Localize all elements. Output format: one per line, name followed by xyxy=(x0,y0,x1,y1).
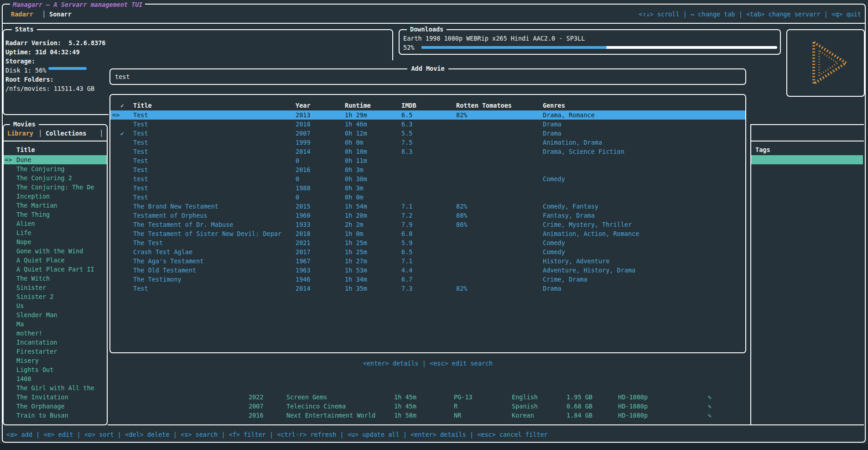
movie-file-row[interactable]: 2007 Telecinco Cinema 1h 45m R Spanish 0… xyxy=(0,402,868,411)
add-movie-result-row[interactable]: The Testament of Sister New Devil: Depar… xyxy=(110,229,745,238)
movie-title: Lights Out xyxy=(16,365,53,374)
file-studio: Next Entertainment World xyxy=(286,411,375,420)
add-movie-result-row[interactable]: Test 1988 0h 3m xyxy=(110,183,745,193)
file-runtime: 1h 45m xyxy=(394,392,416,402)
movie-list-item[interactable]: The Conjuring xyxy=(4,164,107,173)
tab-collections[interactable]: Collections xyxy=(46,129,86,138)
result-year: 1967 xyxy=(296,256,311,266)
add-movie-result-row[interactable]: Test 2016 0h 3m xyxy=(110,165,745,174)
movie-list-item[interactable]: The Martian xyxy=(4,201,107,210)
add-movie-search-input[interactable]: test xyxy=(115,72,130,81)
movie-list-item[interactable]: Alien xyxy=(4,219,107,228)
movie-list-item[interactable]: The Orphanage xyxy=(4,402,107,411)
result-year: 2016 xyxy=(296,165,311,174)
movie-list-item[interactable]: Incantation xyxy=(4,338,107,347)
add-movie-result-row[interactable]: Testament of Orpheus 1960 1h 20m 7.2 88%… xyxy=(110,211,745,220)
add-movie-result-row[interactable]: The Testament of Dr. Mabuse 1933 2h 2m 7… xyxy=(110,220,745,229)
movie-list-item[interactable]: The Conjuring 2 xyxy=(4,173,107,183)
result-title: Test xyxy=(133,193,148,202)
movie-list-item[interactable]: Slender Man xyxy=(4,310,107,319)
movie-list-item[interactable]: The Invitation xyxy=(4,392,107,402)
tab-radarr[interactable]: Radarr xyxy=(11,10,33,19)
add-movie-result-row[interactable]: The Brand New Testament 2015 1h 54m 7.1 … xyxy=(110,202,745,211)
file-studio: Telecinco Cinema xyxy=(286,402,346,411)
result-imdb: 7.1 xyxy=(401,202,412,211)
movie-list-item[interactable]: Life xyxy=(4,228,107,237)
result-title: test xyxy=(133,174,148,183)
tab-sonarr[interactable]: Sonarr xyxy=(49,10,72,19)
add-movie-result-row[interactable]: Test 2014 0h 10m 8.3 Drama, Science Fict… xyxy=(110,147,745,156)
result-year: 1946 xyxy=(296,275,311,284)
result-title: The Aga's Testament xyxy=(133,256,203,266)
tab-library[interactable]: Library xyxy=(7,129,33,138)
result-runtime: 1h 25m xyxy=(345,247,367,256)
tags-selected-row[interactable] xyxy=(751,155,863,164)
disk-usage-gauge xyxy=(48,67,87,70)
details-panel-border xyxy=(750,124,751,425)
add-movie-result-row[interactable]: The Aga's Testament 1967 1h 27m 7.1 Hist… xyxy=(110,256,745,266)
file-year: 2016 xyxy=(249,411,264,420)
movie-list-item[interactable]: The Witch xyxy=(4,274,107,283)
movie-list-item[interactable]: Ma xyxy=(4,319,107,329)
add-movie-result-row[interactable]: Test 2018 1h 46m 6.3 Drama xyxy=(110,120,745,129)
movie-list-item[interactable]: A Quiet Place Part II xyxy=(4,265,107,274)
result-year: 2021 xyxy=(296,238,311,247)
movie-title: Sinister xyxy=(16,283,46,292)
add-movie-result-row[interactable]: ✔ Test 2007 0h 12m 5.5 Drama xyxy=(110,129,745,138)
result-genres: Drama xyxy=(543,129,561,138)
movie-title: Alien xyxy=(16,219,35,228)
download-percent-label: 52% xyxy=(403,43,414,52)
download-item[interactable]: Earth 1998 1080p WEBRip x265 Hindi AAC2.… xyxy=(403,34,585,43)
add-movie-result-row[interactable]: Test 2014 1h 35m 7.3 82% Drama xyxy=(110,284,745,293)
movie-list-item[interactable]: The Girl with All the xyxy=(4,383,107,392)
add-movie-result-row[interactable]: Test 0 0h 0m xyxy=(110,193,745,202)
stats-disk-usage: Disk 1: 56% xyxy=(5,66,46,75)
result-genres: Comedy, Fantasy xyxy=(543,202,598,211)
movie-list-item[interactable]: Sinister xyxy=(4,283,107,292)
movie-list-item[interactable]: Inception xyxy=(4,192,107,201)
movie-list-item[interactable]: A Quiet Place xyxy=(4,256,107,265)
movie-list-item[interactable]: The Thing xyxy=(4,210,107,219)
movie-list-item[interactable]: Nope xyxy=(4,237,107,246)
file-certification: NR xyxy=(454,411,461,420)
movie-title: Sinister 2 xyxy=(16,292,53,301)
movie-list-item[interactable]: => Dune xyxy=(4,155,107,164)
movie-list-item[interactable]: Firestarter xyxy=(4,347,107,356)
movie-list-item[interactable]: 1408 xyxy=(4,374,107,383)
add-movie-result-row[interactable]: The Old Testament 1963 1h 53m 4.4 Advent… xyxy=(110,266,745,275)
result-genres: Animation, Action, Romance xyxy=(543,229,639,238)
movie-list-item[interactable]: Us xyxy=(4,301,107,310)
file-studio: Screen Gems xyxy=(286,392,327,402)
movie-title: 1408 xyxy=(16,374,31,383)
movie-list-item[interactable]: Misery xyxy=(4,356,107,365)
result-year: 1988 xyxy=(296,183,311,193)
movie-list-item[interactable]: Sinister 2 xyxy=(4,292,107,301)
movie-file-row[interactable]: 2022 Screen Gems 1h 45m PG-13 English 1.… xyxy=(0,392,868,402)
movie-list-item[interactable]: Gone with the Wind xyxy=(4,246,107,256)
result-rotten-tomatoes: 88% xyxy=(456,211,467,220)
result-genres: Adventure, History, Drama xyxy=(543,266,635,275)
add-movie-result-row[interactable]: The Test 2021 1h 25m 5.9 Comedy xyxy=(110,238,745,247)
result-rotten-tomatoes: 86% xyxy=(456,220,467,229)
movie-list-item[interactable]: Lights Out xyxy=(4,365,107,374)
column-runtime: Runtime xyxy=(345,101,371,110)
file-quality: HD-1080p xyxy=(618,392,648,402)
add-movie-result-row[interactable]: test 0 0h 30m Comedy xyxy=(110,174,745,183)
add-movie-result-row[interactable]: Crash Test Aglae 2017 1h 25m 6.5 Comedy xyxy=(110,247,745,256)
add-movie-title: Add Movie xyxy=(407,65,448,72)
result-year: 1963 xyxy=(296,266,311,275)
file-language: Korean xyxy=(512,411,534,420)
add-movie-result-row[interactable]: Test 1999 0h 0m 7.5 Animation, Drama xyxy=(110,138,745,147)
result-genres: Drama xyxy=(543,284,561,293)
add-movie-result-row[interactable]: The Testimony 1946 1h 34m 6.7 Crime, Dra… xyxy=(110,275,745,284)
add-movie-result-row[interactable]: Test 0 0h 11m xyxy=(110,156,745,165)
movie-list-item[interactable]: mother! xyxy=(4,329,107,338)
movie-list-item[interactable]: Train to Busan xyxy=(4,411,107,420)
add-movie-result-row[interactable]: => Test 2013 1h 29m 6.5 82% Drama, Roman… xyxy=(110,110,745,120)
result-year: 0 xyxy=(296,156,299,165)
result-runtime: 0h 0m xyxy=(345,193,364,202)
details-panel-top-border xyxy=(750,124,864,125)
file-certification: PG-13 xyxy=(454,392,473,402)
movie-list-item[interactable]: The Conjuring: The De xyxy=(4,183,107,192)
movie-file-row[interactable]: 2016 Next Entertainment World 1h 58m NR … xyxy=(0,411,868,420)
